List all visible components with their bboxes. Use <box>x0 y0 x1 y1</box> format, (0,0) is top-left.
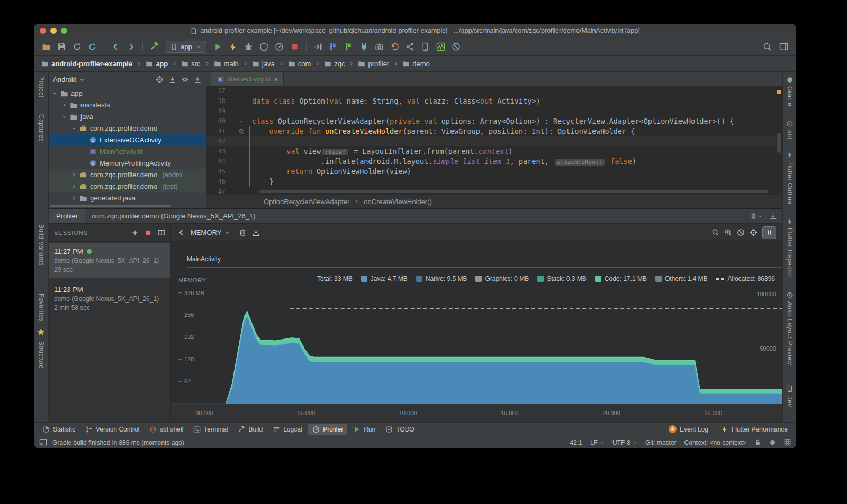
toolwindow-button-profiler[interactable]: Profiler <box>308 424 347 435</box>
chevron-right-icon[interactable] <box>71 184 77 189</box>
toolwindow-button-sbt-shell[interactable]: sbt shell <box>145 424 187 435</box>
attach-debugger-button[interactable] <box>311 40 325 53</box>
run-context[interactable]: Context: <no context> <box>684 439 746 446</box>
tree-row[interactable]: com.zqc.profiler.demo <box>49 122 206 134</box>
toolwindow-button-logcat[interactable]: Logcat <box>268 424 307 435</box>
toolwindow-button-event-log[interactable]: 4Event Log <box>664 424 713 435</box>
change-marker[interactable] <box>777 90 781 94</box>
device-debug-button[interactable] <box>357 40 371 53</box>
breadcrumb-item-zqc[interactable]: zqc <box>324 60 345 68</box>
sidebar-item-build-variants[interactable]: Build Variants <box>38 224 45 266</box>
sidebar-item-captures[interactable]: Captures <box>38 114 45 142</box>
breadcrumb-item-demo[interactable]: demo <box>402 60 430 68</box>
file-encoding[interactable]: UTF-8 <box>612 439 637 446</box>
fold-icon[interactable] <box>239 119 244 124</box>
memory-chart-svg[interactable]: 320 MB256192128641000005000000.00005.000… <box>171 242 782 422</box>
profiler-settings-button[interactable] <box>750 212 763 220</box>
layout-inspector-button[interactable] <box>326 40 340 53</box>
build-button[interactable] <box>147 40 161 53</box>
reset-zoom-button[interactable] <box>737 228 745 236</box>
forward-button[interactable] <box>124 40 138 53</box>
tab-mainactivity[interactable]: K MainActivity.kt × <box>211 72 284 86</box>
sync-project-button[interactable] <box>403 40 417 53</box>
session-card[interactable]: 11:27 PMdemo (Google Nexus_5X_API_26_1)2… <box>49 243 170 278</box>
profile-button[interactable] <box>272 40 286 53</box>
project-hscrollbar[interactable] <box>49 204 206 208</box>
locate-file-button[interactable] <box>156 76 164 84</box>
revert-button[interactable] <box>388 40 402 53</box>
chevron-right-icon[interactable] <box>61 102 67 108</box>
add-session-button[interactable] <box>131 229 139 236</box>
sync-files-button[interactable] <box>70 40 84 53</box>
tree-row[interactable]: manifests <box>49 99 206 111</box>
git-branch[interactable]: Git: master <box>645 439 677 446</box>
tab-close-icon[interactable]: × <box>274 76 278 83</box>
session-card[interactable]: 11:23 PMdemo (Google Nexus_5X_API_26_1)2… <box>49 281 170 316</box>
apk-analyzer-button[interactable] <box>341 40 356 53</box>
toolwindow-button-statistic[interactable]: Statistic <box>38 424 79 435</box>
toolwindow-button-build[interactable]: Build <box>233 424 267 435</box>
tab-profiler[interactable]: Profiler <box>49 209 85 223</box>
toolwindow-button-run[interactable]: Run <box>349 424 380 435</box>
sidebar-item-anko-layout-preview[interactable]: Anko Layout Preview <box>786 301 794 365</box>
close-window-button[interactable] <box>40 28 46 34</box>
toolwindow-button-todo[interactable]: TODO <box>381 424 418 435</box>
run-button[interactable] <box>211 40 225 53</box>
chevron-down-icon[interactable] <box>52 90 58 96</box>
inspections-icon[interactable] <box>769 439 776 446</box>
save-all-button[interactable] <box>55 40 69 53</box>
breadcrumb-item-app[interactable]: app <box>146 60 168 68</box>
monitor-button[interactable] <box>434 40 448 53</box>
sidebar-item-structure[interactable]: Structure <box>38 341 45 369</box>
zoom-out-button[interactable] <box>711 228 719 236</box>
sidebar-item-project[interactable]: Project <box>38 76 45 97</box>
run-configuration-selector[interactable]: app <box>166 41 206 53</box>
tool-windows-button[interactable] <box>777 40 791 53</box>
project-view-selector[interactable]: Android <box>53 76 77 84</box>
line-separator[interactable]: LF <box>590 439 605 446</box>
editor-error-stripe[interactable] <box>776 86 782 195</box>
debug-button[interactable] <box>241 40 256 53</box>
hide-panel-button[interactable] <box>194 76 202 84</box>
apply-changes-button[interactable] <box>226 40 240 53</box>
chevron-right-icon[interactable] <box>71 195 77 201</box>
editor-breadcrumb-item[interactable]: OptionRecyclerViewAdapter <box>264 198 349 206</box>
breadcrumb-item-src[interactable]: src <box>181 60 200 68</box>
override-marker-icon[interactable] <box>238 129 245 135</box>
tree-row[interactable]: com.zqc.profiler.demo(andro <box>49 169 206 180</box>
caret-position[interactable]: 42:1 <box>570 439 582 446</box>
stop-button[interactable] <box>287 40 302 53</box>
breadcrumb-item-android-profiler-example[interactable]: android-profiler-example <box>41 60 132 68</box>
zoom-in-button[interactable] <box>724 228 732 236</box>
code-editor[interactable]: 3738data class Option(val name: String, … <box>206 86 782 195</box>
tree-row[interactable]: com.zqc.profiler.demo(test) <box>49 180 206 192</box>
toolwindow-button-version-control[interactable]: Version Control <box>81 424 143 435</box>
breadcrumb-item-profiler[interactable]: profiler <box>358 60 389 68</box>
tree-row[interactable]: generated java <box>49 192 206 204</box>
chevron-right-icon[interactable] <box>71 172 77 178</box>
zoom-window-button[interactable] <box>61 28 67 34</box>
pause-button[interactable] <box>762 226 776 239</box>
tree-row[interactable]: java <box>49 111 206 122</box>
editor-breadcrumb-item[interactable]: onCreateViewHolder() <box>364 198 431 206</box>
collapse-all-button[interactable] <box>168 76 176 84</box>
coverage-button[interactable] <box>257 40 271 53</box>
sidebar-item-gradle[interactable]: Gradle <box>786 86 794 106</box>
sidebar-item-favorites[interactable]: Favorites <box>38 294 45 322</box>
editor-vscrollbar-thumb[interactable] <box>777 133 781 153</box>
toolwindow-button-flutter-performance[interactable]: Flutter Performance <box>717 424 792 435</box>
tree-row[interactable]: CMemoryProfilingActivity <box>49 157 206 169</box>
chevron-down-icon[interactable] <box>71 125 77 131</box>
tree-row[interactable]: app <box>49 87 206 99</box>
toolwindow-toggle-icon[interactable] <box>39 438 47 446</box>
hide-profiler-button[interactable] <box>769 212 777 220</box>
screenshot-button[interactable] <box>372 40 386 53</box>
export-button[interactable] <box>252 228 260 236</box>
reload-from-disk-button[interactable] <box>85 40 100 53</box>
breadcrumb-item-com[interactable]: com <box>288 60 311 68</box>
editor-hscrollbar[interactable] <box>259 190 769 193</box>
search-everywhere-button[interactable] <box>760 40 774 53</box>
settings-button[interactable] <box>181 76 189 84</box>
attach-to-live-button[interactable] <box>750 228 758 236</box>
tree-row[interactable]: KMainActivity.kt <box>49 145 206 157</box>
